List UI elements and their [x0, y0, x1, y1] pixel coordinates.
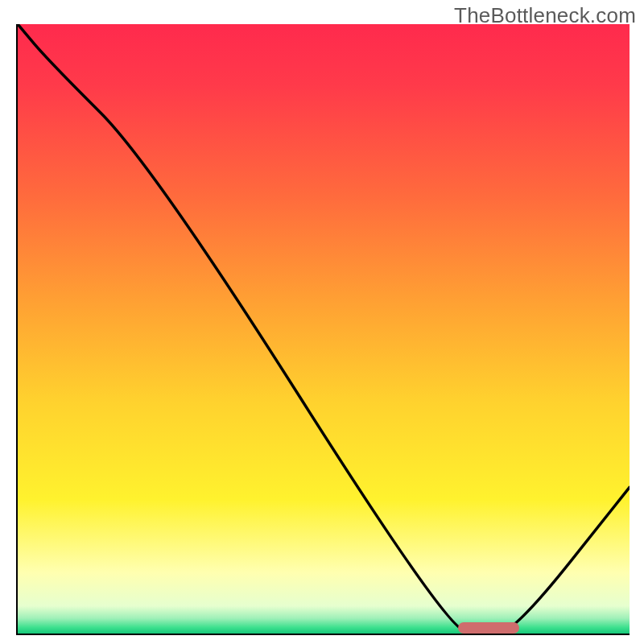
- optimal-range-marker: [458, 622, 519, 634]
- plot-area: [16, 24, 630, 635]
- bottleneck-curve: [18, 24, 630, 634]
- chart-container: TheBottleneck.com: [0, 0, 644, 644]
- watermark-text: TheBottleneck.com: [454, 3, 636, 28]
